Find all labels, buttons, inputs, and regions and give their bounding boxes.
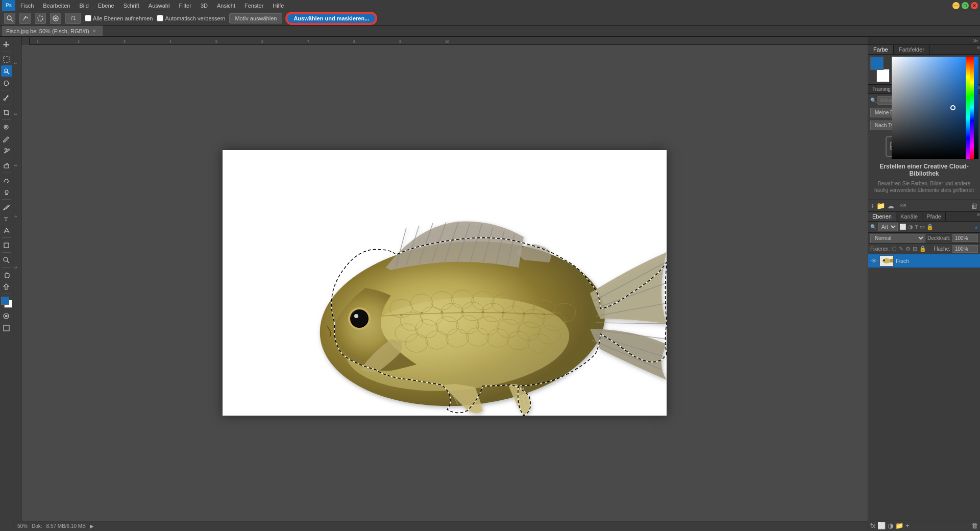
lib-folder-btn[interactable]: 📁: [876, 202, 885, 210]
tab-farbe[interactable]: Farbe: [868, 45, 894, 54]
shape-tool[interactable]: [1, 239, 12, 251]
tab-training[interactable]: Training: [868, 85, 895, 93]
menu-bild[interactable]: Bild: [76, 2, 93, 10]
tab-close-button[interactable]: ✕: [92, 29, 96, 34]
delete-layer-btn[interactable]: 🗑: [971, 522, 978, 529]
menu-auswahl[interactable]: Auswahl: [144, 2, 174, 10]
crop-tool[interactable]: [1, 107, 12, 118]
text-tool[interactable]: T: [1, 213, 12, 224]
tab-ebenen[interactable]: Ebenen: [868, 212, 896, 221]
color-panel-tabs: Farbe Farbfelder ≡: [868, 45, 980, 55]
arrow-btn[interactable]: ▶: [90, 523, 94, 529]
lock-artboards-btn[interactable]: 🔒: [919, 246, 926, 252]
blend-mode-select[interactable]: Normal Auflösen Abdunkeln: [870, 234, 925, 243]
lock-position-btn[interactable]: ✎: [899, 246, 903, 252]
layers-type-select[interactable]: Art: [878, 223, 898, 231]
horizontal-ruler: 1 2 3 4 5 6 7 8 9 10: [21, 37, 868, 45]
add-adjustment-btn[interactable]: ◑: [888, 522, 893, 529]
clone-stamp-tool[interactable]: [1, 145, 12, 156]
lib-cloud-btn[interactable]: ☁: [887, 202, 894, 210]
window-controls: — □ ✕: [952, 2, 978, 9]
healing-brush-tool[interactable]: [1, 122, 12, 133]
zoom-tool[interactable]: [1, 254, 12, 266]
add-mask-btn[interactable]: ⬜: [877, 522, 886, 529]
menu-ebene[interactable]: Ebene: [94, 2, 118, 10]
navigate-tool[interactable]: [1, 281, 12, 292]
checkbox-auto-verbessern-input[interactable]: [157, 15, 163, 21]
dodge-tool[interactable]: [1, 186, 12, 198]
lock-all-btn[interactable]: ⚙: [905, 246, 911, 252]
layer-item-fisch[interactable]: 👁 Fisch: [868, 254, 980, 268]
tab-kanaele[interactable]: Kanäle: [896, 212, 922, 221]
adjustment-filter-btn[interactable]: ◑: [908, 224, 913, 230]
foreground-color-swatch[interactable]: [1, 297, 9, 305]
bg-color-swatch[interactable]: [876, 69, 890, 82]
eyedropper-tool[interactable]: [1, 92, 12, 103]
svg-point-86: [441, 311, 443, 313]
tool-icon-d[interactable]: [50, 13, 61, 24]
brush-tool[interactable]: [1, 133, 12, 144]
add-group-btn[interactable]: 📁: [895, 522, 903, 529]
lib-add-btn[interactable]: +: [870, 202, 874, 210]
hand-tool[interactable]: [1, 269, 12, 280]
lib-delete-btn[interactable]: 🗑: [971, 202, 978, 210]
color-panel-menu[interactable]: ≡: [977, 45, 980, 54]
checkbox-alle-ebenen-input[interactable]: [85, 15, 91, 21]
layer-name: Fisch: [896, 258, 978, 264]
layer-visibility-toggle[interactable]: 👁: [870, 257, 877, 264]
canvas-container: [21, 45, 868, 521]
tab-pfade[interactable]: Pfade: [922, 212, 946, 221]
add-layer-btn[interactable]: +: [905, 522, 910, 529]
eraser-tool[interactable]: [1, 160, 12, 171]
filter-toggle[interactable]: ●: [974, 224, 978, 230]
lock-pixels-btn[interactable]: ⬡: [892, 246, 897, 252]
opacity-input[interactable]: [952, 234, 978, 242]
fg-color-swatch[interactable]: [870, 57, 884, 70]
checkbox-alle-ebenen[interactable]: Alle Ebenen aufnehmen: [85, 15, 153, 21]
motiv-auswaehlen-button[interactable]: Motiv auswählen: [229, 13, 282, 23]
path-selection-tool[interactable]: [1, 225, 12, 236]
rectangular-marquee-tool[interactable]: [1, 54, 12, 65]
menu-ansicht[interactable]: Ansicht: [213, 2, 239, 10]
options-bar: 71 Alle Ebenen aufnehmen Automatisch ver…: [0, 11, 980, 26]
fill-input[interactable]: [952, 245, 978, 253]
type-filter-btn[interactable]: T: [915, 224, 918, 230]
tool-icon-c[interactable]: [35, 13, 46, 24]
blur-tool[interactable]: [1, 175, 12, 186]
menu-hilfe[interactable]: Hilfe: [268, 2, 288, 10]
menu-schrift[interactable]: Schrift: [119, 2, 143, 10]
shape-filter-btn[interactable]: ▭: [920, 224, 925, 230]
mask-button[interactable]: [1, 310, 12, 322]
menu-filter[interactable]: Filter: [175, 2, 195, 10]
tool-icon-a[interactable]: [4, 13, 15, 24]
pixel-filter-btn[interactable]: ⬜: [899, 224, 906, 230]
tool-separator-2: [2, 90, 11, 90]
minimize-button[interactable]: —: [952, 2, 960, 9]
maximize-button[interactable]: □: [962, 2, 969, 9]
lasso-tool[interactable]: [1, 77, 12, 88]
lock-move-btn[interactable]: ⊞: [913, 246, 917, 252]
menu-fenster[interactable]: Fenster: [240, 2, 267, 10]
tab-farbfelder[interactable]: Farbfelder: [894, 45, 930, 54]
auswaehlen-maskieren-button[interactable]: Auswählen und maskieren...: [286, 13, 376, 24]
panel-collapse-btn[interactable]: ≫: [973, 38, 978, 43]
pen-tool[interactable]: [1, 201, 12, 212]
fish-image: [223, 150, 667, 416]
move-tool[interactable]: [1, 39, 12, 50]
close-button[interactable]: ✕: [971, 2, 978, 9]
brush-size[interactable]: 71: [65, 13, 81, 24]
color-swatches[interactable]: [1, 297, 12, 308]
document-tab[interactable]: Fisch.jpg bei 50% (Fisch, RGB/8) ✕: [2, 26, 103, 36]
tool-icon-b[interactable]: [19, 13, 31, 24]
filter-icon: 🔍: [870, 224, 876, 230]
smart-filter-btn[interactable]: 🔒: [926, 224, 934, 230]
add-style-btn[interactable]: fx: [870, 522, 875, 529]
spectrum-bar[interactable]: [966, 57, 970, 159]
screen-mode-button[interactable]: [1, 322, 12, 333]
quick-selection-tool[interactable]: [1, 65, 12, 77]
menu-fisch[interactable]: Fisch: [16, 2, 38, 10]
checkbox-auto-verbessern[interactable]: Automatisch verbessern: [157, 15, 225, 21]
menu-bearbeiten[interactable]: Bearbeiten: [39, 2, 74, 10]
menu-3d[interactable]: 3D: [197, 2, 212, 10]
layers-panel-menu[interactable]: ≡: [977, 212, 980, 221]
